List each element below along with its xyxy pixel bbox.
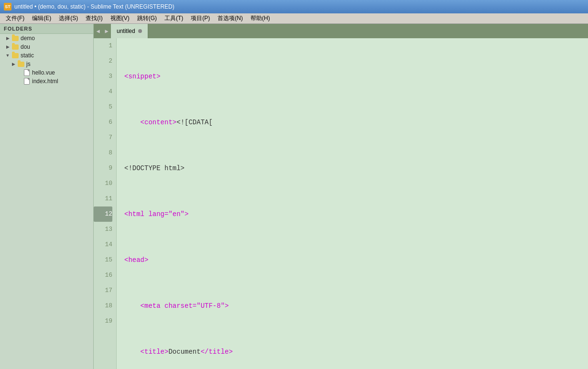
line-num-19: 19 bbox=[94, 314, 112, 329]
sidebar-label-static: static bbox=[21, 52, 34, 59]
code-line-4: <html lang="en"> bbox=[124, 206, 584, 222]
line-num-13: 13 bbox=[94, 222, 112, 237]
menu-item-f[interactable]: 文件(F) bbox=[2, 13, 28, 23]
sidebar-item-index-html[interactable]: ▶ index.html bbox=[0, 77, 93, 86]
line-num-11: 11 bbox=[94, 191, 112, 206]
code-line-3: <!DOCTYPE html> bbox=[124, 161, 584, 176]
sidebar-item-static[interactable]: ▼ static bbox=[0, 51, 93, 60]
line-num-12: 12 bbox=[94, 206, 112, 222]
tab-untitled[interactable]: untitled bbox=[111, 24, 148, 38]
sidebar-label-hello-vue: hello.vue bbox=[32, 69, 55, 76]
line-num-16: 16 bbox=[94, 268, 112, 283]
tab-label: untitled bbox=[117, 28, 135, 34]
sidebar-item-demo[interactable]: ▶ demo bbox=[0, 34, 93, 43]
line-num-5: 5 bbox=[94, 99, 112, 115]
titlebar-text: untitled • (demo, dou, static) - Sublime… bbox=[14, 3, 174, 10]
code-editor[interactable]: 1 2 3 4 5 6 7 8 9 10 11 12 13 14 15 16 1… bbox=[94, 38, 588, 369]
line-num-17: 17 bbox=[94, 283, 112, 298]
line-num-8: 8 bbox=[94, 145, 112, 161]
sidebar-item-js[interactable]: ▶ js bbox=[0, 60, 93, 68]
tree-arrow-demo: ▶ bbox=[4, 36, 11, 41]
main-layout: FOLDERS ▶ demo ▶ dou ▼ static ▶ js ▶ bbox=[0, 24, 588, 369]
line-num-6: 6 bbox=[94, 115, 112, 130]
sidebar-label-demo: demo bbox=[21, 35, 35, 42]
line-num-10: 10 bbox=[94, 176, 112, 191]
line-numbers: 1 2 3 4 5 6 7 8 9 10 11 12 13 14 15 16 1… bbox=[94, 38, 117, 369]
code-line-2: <content><![CDATA[ bbox=[124, 115, 584, 130]
folder-icon-demo bbox=[11, 35, 19, 42]
line-num-2: 2 bbox=[94, 54, 112, 69]
sidebar-label-index-html: index.html bbox=[32, 78, 58, 85]
tree-arrow-static: ▼ bbox=[4, 53, 11, 58]
menu-item-v[interactable]: 视图(V) bbox=[107, 13, 133, 23]
sidebar-header: FOLDERS bbox=[0, 24, 93, 34]
line-num-4: 4 bbox=[94, 84, 112, 99]
code-line-6: <meta charset="UTF-8"> bbox=[124, 298, 584, 314]
editor-area: ◀ ▶ untitled 1 2 3 4 5 6 7 8 9 10 11 12 bbox=[94, 24, 588, 369]
sidebar-label-js: js bbox=[26, 61, 31, 67]
app-icon: ST bbox=[4, 3, 11, 11]
sidebar-item-hello-vue[interactable]: ▶ hello.vue bbox=[0, 68, 93, 77]
tabbar: ◀ ▶ untitled bbox=[94, 24, 588, 38]
file-icon-index-html bbox=[23, 78, 31, 85]
menu-item-s[interactable]: 选择(S) bbox=[55, 13, 82, 23]
line-num-18: 18 bbox=[94, 298, 112, 314]
tab-nav-right[interactable]: ▶ bbox=[102, 25, 111, 37]
code-content[interactable]: <snippet> <content><![CDATA[ <!DOCTYPE h… bbox=[117, 38, 588, 369]
tree-arrow-dou: ▶ bbox=[4, 44, 11, 49]
folder-icon-js bbox=[17, 61, 25, 67]
menu-item-n[interactable]: 首选项(N) bbox=[214, 13, 247, 23]
folder-icon-dou bbox=[11, 43, 19, 50]
sidebar-label-dou: dou bbox=[21, 43, 30, 50]
tab-nav-left[interactable]: ◀ bbox=[94, 25, 102, 37]
tab-modified-dot bbox=[138, 29, 142, 33]
menu-item-t[interactable]: 工具(T) bbox=[161, 13, 187, 23]
sidebar: FOLDERS ▶ demo ▶ dou ▼ static ▶ js ▶ bbox=[0, 24, 94, 369]
menu-item-e[interactable]: 编辑(E) bbox=[28, 13, 55, 23]
code-line-1: <snippet> bbox=[124, 69, 584, 84]
code-line-7: <title>Document</title> bbox=[124, 344, 584, 359]
menubar: 文件(F)编辑(E)选择(S)查找(I)视图(V)跳转(G)工具(T)项目(P)… bbox=[0, 13, 588, 24]
titlebar: ST untitled • (demo, dou, static) - Subl… bbox=[0, 0, 588, 13]
code-line-5: <head> bbox=[124, 252, 584, 268]
sidebar-item-dou[interactable]: ▶ dou bbox=[0, 43, 93, 51]
menu-item-g[interactable]: 跳转(G) bbox=[133, 13, 161, 23]
menu-item-i[interactable]: 查找(I) bbox=[82, 13, 106, 23]
menu-item-h[interactable]: 帮助(H) bbox=[247, 13, 274, 23]
line-num-1: 1 bbox=[94, 38, 112, 54]
menu-item-p[interactable]: 项目(P) bbox=[187, 13, 214, 23]
line-num-7: 7 bbox=[94, 130, 112, 145]
line-num-15: 15 bbox=[94, 252, 112, 268]
file-icon-hello-vue bbox=[23, 69, 31, 76]
line-num-14: 14 bbox=[94, 237, 112, 252]
line-num-9: 9 bbox=[94, 161, 112, 176]
folder-icon-static bbox=[11, 52, 19, 59]
tree-arrow-js: ▶ bbox=[10, 62, 17, 66]
line-num-3: 3 bbox=[94, 69, 112, 84]
